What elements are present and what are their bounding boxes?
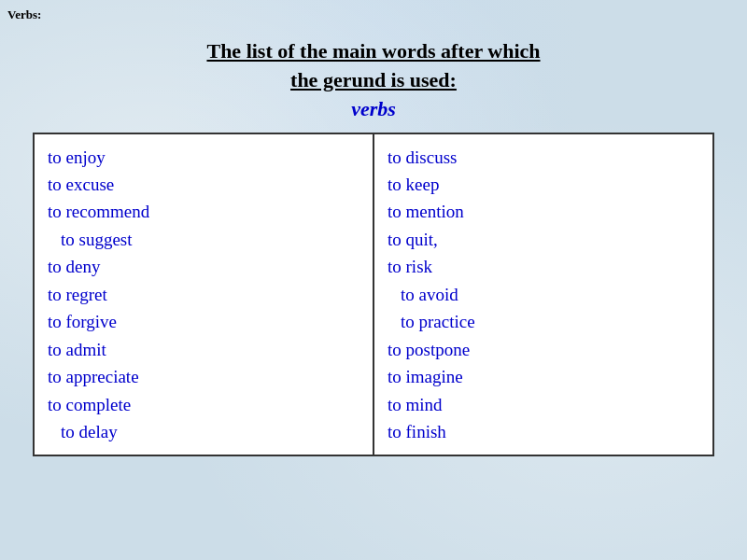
list-item: to mind xyxy=(388,391,699,418)
list-item: to delay xyxy=(48,418,359,445)
list-item: to recommend xyxy=(48,198,359,225)
list-item: to deny xyxy=(48,253,359,280)
right-column: to discussto keepto mentionto quit,to ri… xyxy=(374,134,712,455)
list-item: to regret xyxy=(48,281,359,308)
list-item: to mention xyxy=(388,198,699,225)
gerund-table: to enjoyto excuseto recommendto suggestt… xyxy=(33,133,714,457)
title-line2: the gerund is used: xyxy=(290,68,457,91)
list-item: to quit, xyxy=(388,226,699,253)
list-item: to appreciate xyxy=(48,363,359,390)
page-label: Verbs: xyxy=(7,7,41,22)
list-item: to practice xyxy=(388,308,699,335)
list-item: to excuse xyxy=(48,171,359,198)
left-column: to enjoyto excuseto recommendto suggestt… xyxy=(35,134,374,455)
list-item: to postpone xyxy=(388,336,699,363)
list-item: to keep xyxy=(388,171,699,198)
list-item: to complete xyxy=(48,391,359,418)
subtitle: verbs xyxy=(351,97,396,121)
main-content: The list of the main words after which t… xyxy=(0,0,747,475)
list-item: to imagine xyxy=(388,363,699,390)
list-item: to discuss xyxy=(388,144,699,171)
title-line1: The list of the main words after which xyxy=(206,39,540,63)
list-item: to admit xyxy=(48,336,359,363)
list-item: to enjoy xyxy=(48,144,359,171)
table-inner: to enjoyto excuseto recommendto suggestt… xyxy=(35,134,712,455)
list-item: to risk xyxy=(388,253,699,280)
title: The list of the main words after which t… xyxy=(206,37,540,95)
list-item: to forgive xyxy=(48,308,359,335)
list-item: to avoid xyxy=(388,281,699,308)
list-item: to finish xyxy=(388,418,699,445)
list-item: to suggest xyxy=(48,226,359,253)
